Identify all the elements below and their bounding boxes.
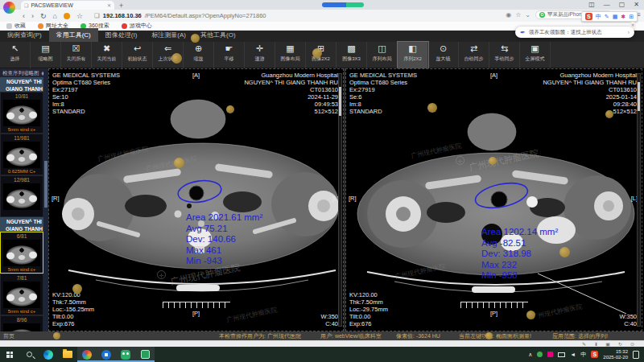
tool-auto-sync[interactable]: ⇄自动同步 — [459, 42, 489, 68]
pen-icon: ✒ — [520, 29, 526, 36]
tool-manual-sync[interactable]: ⇆手动同步 — [489, 42, 520, 68]
menu-tab-other-tools[interactable]: 其他工具(O) — [193, 28, 243, 42]
fullscreen-icon: ▣ — [520, 42, 550, 56]
taskbar-file-explorer-icon[interactable] — [58, 347, 77, 362]
bookmark-star-icon[interactable]: ☆ — [76, 12, 83, 20]
notification-toast[interactable]: ✒ 领养工友领骷髅：速找上班状态 › — [515, 27, 634, 38]
pager-prev[interactable]: 前页 — [3, 331, 14, 340]
tray-network-icon[interactable] — [558, 352, 565, 357]
reload-icon[interactable]: ↻ — [40, 12, 47, 20]
taskbar-screen-tool-icon[interactable] — [135, 347, 155, 362]
sogou-logo-icon[interactable]: S — [585, 13, 592, 20]
ct-viewport-left[interactable]: GE MEDICAL SYSTEMSOptima CT680 Series Ex… — [48, 68, 344, 331]
taskbar-clock[interactable]: 15:32 2025-02-20 — [603, 349, 628, 360]
action-center-icon[interactable] — [633, 351, 639, 359]
status-left-button-function: 当前左键功能: 椭圆面积测量! — [459, 331, 531, 340]
tray-input-mode[interactable]: 中 — [580, 351, 586, 359]
minimize-button[interactable]: — — [604, 1, 610, 8]
tool-image-3x3[interactable]: ▩图像3X3 — [336, 42, 367, 68]
tool-thumbnails[interactable]: ▤缩略图 — [31, 42, 61, 68]
orientation-posterior: [P] — [192, 310, 200, 317]
tool-fullscreen-mode[interactable]: ▣全屏模式 — [520, 42, 551, 68]
tool-image-2x2[interactable]: ⊞图像2X2 — [306, 42, 336, 68]
patient-group-header[interactable]: NGUYEN^ THI GIANG THANH — [0, 217, 48, 232]
home-icon[interactable]: ⌂ — [53, 12, 57, 20]
hospital-logo-watermark: ✛ — [157, 270, 166, 279]
maximize-button[interactable]: ▢ — [619, 1, 625, 8]
url-host: 192.168.10.36 — [103, 12, 142, 19]
browser-menu-icon[interactable]: ≡ — [637, 11, 641, 19]
viewport-scrollbar-thumb[interactable] — [339, 87, 341, 116]
window-level-text: W:350C:40 — [320, 313, 338, 327]
sogou-ime-toolbar[interactable]: S 中 ✎ ▦ ✱ ⊞ — [581, 11, 638, 22]
ime-keyboard-icon[interactable]: ▦ — [613, 14, 618, 20]
series-thumbnail-selected[interactable]: 6/81 5mm stnd c+ — [0, 232, 43, 274]
tool-close-all[interactable]: ☒关闭所有 — [61, 42, 92, 68]
pacs-webviewer-screen: ❏ PACSWEBVIEW ✕ + ◫ — ▢ ✕ ‹ › ↻ ⌂ ☆ ❏ 19… — [0, 0, 644, 362]
tool-pan[interactable]: ☛平移 — [214, 42, 245, 68]
dicom-overlay-topleft: GE MEDICAL SYSTEMSOptima CT680 Series Ex… — [52, 72, 120, 115]
tray-sogou-icon[interactable]: S — [591, 351, 598, 358]
viewport-scrollbar-thumb[interactable] — [638, 82, 640, 111]
browser-360-logo-icon[interactable] — [3, 2, 15, 14]
taskbar-360-browser-icon[interactable] — [77, 347, 97, 362]
tray-pink-app-icon[interactable] — [547, 352, 553, 357]
back-icon[interactable]: ‹ — [23, 12, 25, 20]
tray-expand-icon[interactable]: ∧ — [528, 352, 532, 358]
tray-volume-icon[interactable]: ◄ — [570, 352, 576, 357]
menu-tab-image-processing[interactable]: 图像处理(I) — [98, 28, 145, 42]
taskbar-ie-compass-icon[interactable] — [97, 347, 116, 362]
dropdown-icon[interactable]: ⌄ — [525, 11, 530, 19]
tool-series-2x2[interactable]: ◧序列2X2 — [398, 42, 428, 68]
series-thumbnail[interactable]: 7/81 5mm stnd c+ — [0, 274, 43, 315]
tray-antivirus-icon[interactable] — [537, 352, 543, 357]
ime-pen-icon[interactable]: ✎ — [605, 14, 609, 20]
url-field[interactable]: ❏ 192.168.10.36/PEM64/Default.aspx?OpenA… — [94, 12, 266, 19]
new-tab-button[interactable]: + — [119, 2, 123, 10]
system-tray: ∧ ◄ 中 S 15:32 2025-02-20 — [528, 349, 644, 360]
series-layout-icon: ◫ — [367, 42, 397, 56]
reader-mode-icon[interactable]: ◉ — [506, 11, 511, 19]
viewport-scrollbar[interactable] — [338, 73, 342, 327]
tool-magnifier[interactable]: ⊙放大镜 — [428, 42, 459, 68]
tool-close-current[interactable]: ✖关闭当前 — [92, 42, 122, 68]
ime-skin-icon[interactable]: ✱ — [621, 14, 625, 20]
series-thumbnail[interactable]: 10/81 5mm stnd c+ — [0, 92, 43, 134]
series-thumbnail[interactable]: 12/981 — [0, 175, 43, 217]
notification-close-icon[interactable]: ✕ — [630, 22, 636, 28]
start-button[interactable] — [0, 347, 19, 362]
page-icon: ❏ — [94, 12, 100, 19]
tool-select[interactable]: ↖选择 — [0, 42, 31, 68]
taskbar-edge-icon[interactable] — [39, 347, 58, 362]
menu-tab-common-tools[interactable]: 常用工具(C) — [49, 28, 98, 42]
ct-thumbnail-image — [3, 282, 40, 308]
menu-tab-annotation-measure[interactable]: 标注测量(A) — [144, 28, 193, 42]
series-thumbnail[interactable]: 11/981 0.625MM C+ — [0, 134, 43, 175]
history-icon[interactable] — [64, 13, 70, 19]
tool-zoom[interactable]: ⊕缩放 — [184, 42, 214, 68]
taskbar-search-icon[interactable] — [19, 347, 39, 362]
viewport-scrollbar[interactable] — [637, 73, 641, 327]
close-button[interactable]: ✕ — [634, 1, 639, 8]
layout-panel-icon[interactable]: ◫ — [588, 1, 595, 8]
sidebar-scrollbar-thumb[interactable] — [44, 161, 47, 208]
tab-loading-indicator — [322, 2, 364, 7]
tool-series-layout[interactable]: ◫序列布局 — [367, 42, 398, 68]
tool-initial-state[interactable]: ↩初始状态 — [122, 42, 153, 68]
favorite-star-icon[interactable]: ☆ — [515, 11, 521, 19]
ime-toolbox-icon[interactable]: ⊞ — [629, 14, 634, 20]
series-thumbnail[interactable]: 8/96 — [0, 315, 43, 331]
forward-icon[interactable]: › — [31, 12, 34, 20]
taskbar-wechat-icon[interactable] — [116, 347, 135, 362]
tool-last-state[interactable]: ⇐上次状态 — [153, 42, 184, 68]
tab-close-icon[interactable]: ✕ — [107, 2, 111, 8]
ime-chinese-mode-icon[interactable]: 中 — [596, 13, 601, 21]
orientation-anterior: [A] — [192, 72, 200, 79]
patient-group-header[interactable]: NGUYEN^ THI GIANG THANH — [0, 77, 48, 92]
tool-roam[interactable]: ✛漫游 — [245, 42, 275, 68]
browser-tab[interactable]: ❏ PACSWEBVIEW ✕ — [21, 1, 114, 10]
menu-tab-case-query[interactable]: 病例查询(P) — [0, 28, 49, 42]
tool-image-layout[interactable]: ▦图像布局 — [275, 42, 306, 68]
ct-viewport-right[interactable]: GE MEDICAL SYSTEMSOptima CT680 Series Ex… — [345, 68, 642, 331]
ct-thumbnail-image — [3, 183, 40, 210]
